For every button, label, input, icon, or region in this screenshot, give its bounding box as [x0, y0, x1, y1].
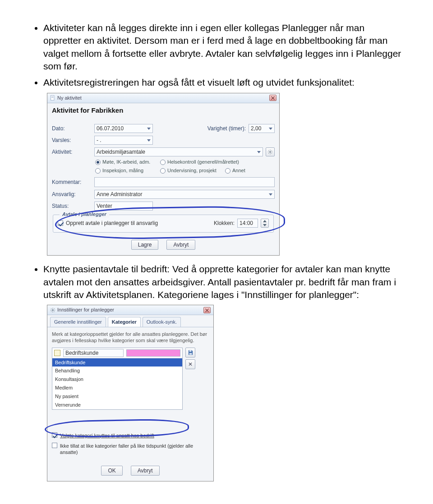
category-name-input[interactable]: Bedriftskunde	[63, 349, 124, 357]
ansvarlig-select[interactable]: Anne Administrator	[94, 190, 275, 199]
bullet-item: Knytte pasientavtale til bedrift: Ved å …	[43, 263, 404, 481]
dialog-subheading	[47, 115, 279, 123]
category-listbox: Bedriftskunde BedriftskundeBehandlingKon…	[52, 348, 183, 410]
varighet-input[interactable]: 2,00	[249, 124, 275, 133]
varsles-input[interactable]: - .	[94, 136, 153, 145]
label-varsles: Varsles:	[52, 137, 92, 144]
create-appointment-label: Opprett avtale i planlegger til ansvarli…	[66, 220, 158, 227]
tab-categories[interactable]: Kategorier	[108, 317, 141, 327]
bullet-text: Knytte pasientavtale til bedrift: Ved å …	[43, 264, 396, 300]
new-item-icon[interactable]	[54, 350, 60, 356]
tab-outlook[interactable]: Outlook-synk.	[143, 317, 181, 327]
doc-icon	[50, 95, 55, 101]
svg-rect-1	[51, 96, 54, 97]
label-dato: Dato:	[52, 125, 92, 132]
radio-inspeksjon[interactable]	[95, 168, 101, 174]
avbryt-button[interactable]: Avbryt	[131, 466, 160, 476]
category-items[interactable]: BedriftskundeBehandlingKonsultasjonMedle…	[52, 358, 182, 409]
link-to-employee-checkbox[interactable]	[52, 432, 57, 438]
list-item[interactable]: Behandling	[52, 367, 182, 375]
titlebar: Ny aktivitet	[47, 93, 279, 103]
window-title: Ny aktivitet	[57, 95, 82, 101]
time-stepper-icon[interactable]	[261, 219, 269, 228]
bullet-item: Aktivitetsregistreringen har også fått e…	[43, 76, 404, 256]
list-item[interactable]: Bedriftskunde	[52, 358, 182, 367]
bullet-item: Aktiviteter kan nå legges direkte inn i …	[43, 22, 404, 73]
dialog-heading: Aktivitet for Fabrikken	[47, 103, 279, 115]
settings-dialog: Innstillinger for planlegger Generelle i…	[47, 305, 214, 481]
aktivitet-select[interactable]: Arbeidsmiljøsamtale	[94, 147, 263, 156]
link-to-employee-label: Valgte kategori knyttes til ansatt hos b…	[60, 432, 154, 439]
tab-general[interactable]: Generelle innstillinger	[50, 317, 106, 327]
dato-input[interactable]: 06.07.2010	[94, 124, 153, 133]
svg-rect-5	[189, 350, 192, 352]
disallow-same-label: Ikke tillat at like kategorier faller på…	[60, 443, 209, 456]
list-item[interactable]: Medlem	[52, 384, 182, 392]
svg-point-3	[270, 151, 271, 153]
label-aktivitet: Aktivitet:	[52, 148, 92, 156]
disallow-same-checkbox[interactable]	[52, 443, 57, 448]
frame-legend: Avtale i planlegger	[60, 211, 109, 218]
close-icon[interactable]	[203, 307, 211, 313]
ok-button[interactable]: OK	[101, 466, 122, 476]
category-note: Merk at kategorioppsettet gjelder for al…	[52, 331, 209, 344]
kommentar-input[interactable]	[94, 177, 275, 187]
label-ansvarlig: Ansvarlig:	[52, 191, 92, 198]
bullet-text: Aktiviteter kan nå legges direkte inn i …	[43, 23, 401, 71]
save-item-button[interactable]	[185, 348, 195, 357]
activity-dialog: Ny aktivitet Aktivitet for Fabrikken Dat…	[47, 93, 280, 256]
list-item[interactable]: Konsultasjon	[52, 375, 182, 384]
klokken-input[interactable]: 14:00	[237, 219, 258, 228]
window-title: Innstillinger for planlegger	[57, 307, 114, 313]
label-kommentar: Kommentar:	[52, 179, 92, 186]
gear-icon	[50, 307, 55, 313]
planner-frame: Avtale i planlegger Opprett avtale i pla…	[53, 215, 274, 233]
radio-undervisning[interactable]	[160, 168, 166, 174]
color-swatch[interactable]	[126, 349, 180, 357]
titlebar: Innstillinger for planlegger	[47, 305, 213, 315]
radio-mote[interactable]	[95, 160, 101, 165]
create-appointment-checkbox[interactable]	[58, 220, 63, 226]
tabs: Generelle innstillinger Kategorier Outlo…	[47, 315, 213, 327]
status-input[interactable]: Venter	[94, 202, 153, 211]
label-varighet: Varighet (timer):	[207, 125, 246, 132]
svg-rect-2	[51, 97, 54, 98]
avbryt-button[interactable]: Avbryt	[166, 240, 195, 250]
activity-type-radios: Møte, IK-arbeid, adm. Helsekontroll (gen…	[47, 158, 279, 176]
label-status: Status:	[52, 202, 92, 210]
list-item[interactable]: Vernerunde	[52, 401, 182, 409]
radio-annet[interactable]	[225, 168, 230, 174]
delete-item-button[interactable]: ✕	[185, 359, 195, 369]
aktivitet-gear-icon[interactable]	[266, 147, 275, 156]
close-icon[interactable]	[269, 95, 276, 101]
lagre-button[interactable]: Lagre	[131, 240, 159, 250]
bullet-text: Aktivitetsregistreringen har også fått e…	[43, 77, 355, 87]
svg-point-4	[52, 309, 54, 311]
list-item[interactable]: Ny pasient	[52, 392, 182, 401]
svg-rect-6	[189, 353, 192, 355]
radio-helse[interactable]	[160, 160, 166, 165]
label-klokken: Klokken:	[214, 220, 235, 227]
